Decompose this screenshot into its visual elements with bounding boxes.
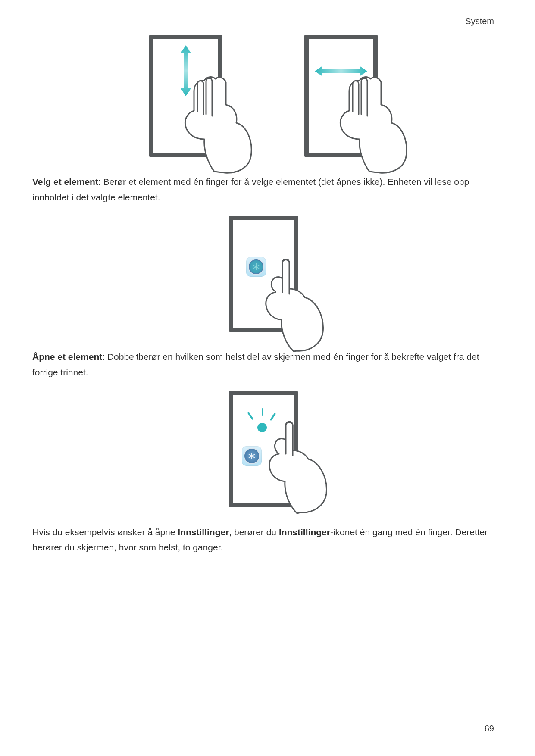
paragraph-select-element: Velg et element: Berør et element med én… — [32, 174, 494, 205]
hand-one-finger-icon — [250, 259, 335, 355]
tap-spark-icon — [247, 412, 253, 420]
bold-label: Velg et element — [32, 177, 98, 187]
arrow-horizontal-icon — [315, 65, 367, 77]
figure-single-tap — [32, 216, 494, 332]
text: : Berør et element med én finger for å v… — [32, 177, 469, 202]
svg-marker-0 — [181, 45, 191, 96]
figure-row-swipe — [32, 35, 494, 157]
tap-spark-icon — [262, 408, 263, 416]
paragraph-example: Hvis du eksempelvis ønsker å åpne Innsti… — [32, 525, 494, 555]
svg-marker-1 — [315, 66, 367, 76]
page-number: 69 — [485, 724, 494, 734]
page-header-section: System — [32, 16, 494, 26]
bold-label: Åpne et element — [32, 352, 102, 362]
hand-one-finger-icon — [254, 419, 338, 518]
bold-label: Innstillinger — [178, 527, 229, 537]
bold-label: Innstillinger — [279, 527, 330, 537]
two-finger-swipe-vertical-icon — [149, 35, 222, 157]
double-tap-open-icon — [229, 391, 298, 507]
text: , berører du — [229, 527, 279, 537]
hand-two-fingers-icon — [324, 75, 415, 174]
single-tap-select-icon — [229, 216, 298, 332]
figure-double-tap — [32, 391, 494, 507]
text: Hvis du eksempelvis ønsker å åpne — [32, 527, 178, 537]
two-finger-swipe-horizontal-icon — [304, 35, 378, 157]
arrow-vertical-icon — [180, 45, 192, 96]
touch-highlight-icon — [250, 260, 263, 273]
